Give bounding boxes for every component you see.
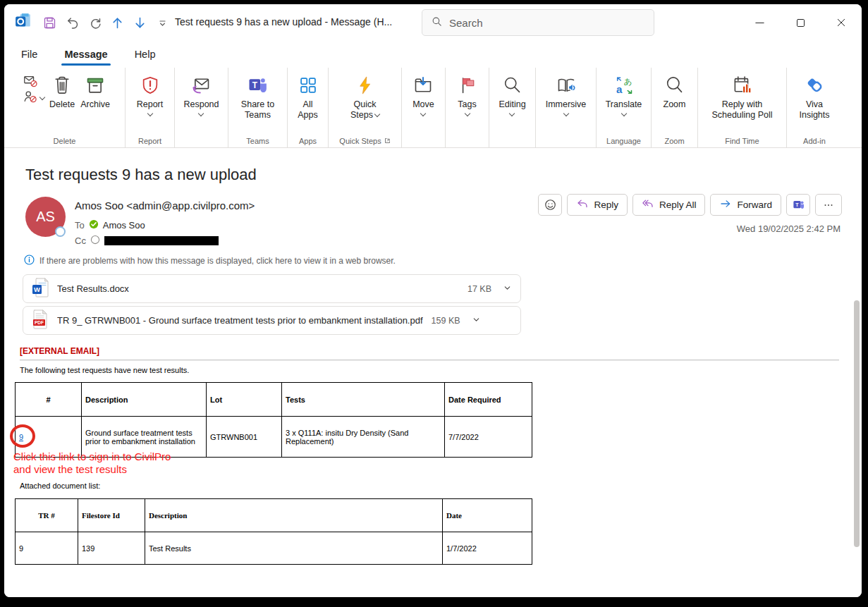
ribbon-group-addin: Viva Insights Add-in <box>787 68 842 147</box>
maximize-button[interactable] <box>780 4 821 41</box>
minimize-button[interactable] <box>739 4 780 41</box>
emoji-reaction-button[interactable] <box>538 194 562 216</box>
archive-icon <box>85 73 105 97</box>
qat-customize-icon[interactable] <box>151 11 173 34</box>
more-actions-button[interactable] <box>815 194 842 216</box>
col-header-lot: Lot <box>207 383 282 417</box>
col-header-date: Date <box>443 499 532 532</box>
ribbon-immersive-button[interactable]: Immersive <box>544 70 589 116</box>
ribbon-translate-button[interactable]: aあ Translate <box>604 70 644 116</box>
sender-line[interactable]: Amos Soo <admin@app.civilpro.com> <box>75 200 255 211</box>
ribbon-zoom-button[interactable]: Zoom <box>661 70 688 110</box>
close-button[interactable] <box>821 4 862 41</box>
ribbon-editing-button[interactable]: Editing <box>496 70 527 116</box>
attachment-docx[interactable]: W Test Results.docx 17 KB <box>23 274 521 303</box>
ribbon-zoom-label: Zoom <box>664 99 686 110</box>
redaction-bar <box>104 236 219 245</box>
doc-filestore-id-cell: 139 <box>78 532 145 565</box>
group-label-quick-steps: Quick Steps <box>329 134 401 147</box>
search-input[interactable] <box>449 17 625 29</box>
doc-tr-number-cell: 9 <box>16 532 78 565</box>
outlook-icon <box>14 12 32 33</box>
chevron-down-icon <box>198 111 204 116</box>
forward-button[interactable]: Forward <box>710 194 781 216</box>
ribbon-group-move: Move <box>402 68 446 147</box>
move-up-icon[interactable] <box>106 11 128 34</box>
ribbon-tags-button[interactable]: Tags <box>456 70 479 116</box>
ribbon-translate-label: Translate <box>606 99 642 110</box>
ignore-icon[interactable] <box>23 73 44 89</box>
info-bar-text: If there are problems with how this mess… <box>39 256 396 266</box>
teams-share-button[interactable]: T <box>786 194 810 216</box>
viva-insights-icon <box>804 73 825 97</box>
to-recipient[interactable]: Amos Soo <box>103 220 145 231</box>
tr-lot-cell: GTRWNB001 <box>207 417 282 458</box>
to-label: To <box>75 220 85 231</box>
chevron-down-icon <box>563 111 568 116</box>
chevron-down-icon <box>509 111 515 116</box>
tag-flag-icon <box>458 73 477 97</box>
svg-text:PDF: PDF <box>35 319 44 324</box>
chevron-down-icon[interactable] <box>503 283 512 295</box>
titlebar: Test requests 9 has a new upload - Messa… <box>4 4 862 41</box>
group-label-delete: Delete <box>4 134 125 147</box>
ribbon-group-immersive: Immersive <box>536 68 597 147</box>
ribbon-group-tags: Tags <box>446 68 489 147</box>
reply-all-button[interactable]: Reply All <box>632 194 706 216</box>
tab-message[interactable]: Message <box>63 44 109 64</box>
ribbon-archive-button[interactable]: Archive <box>78 70 112 110</box>
info-bar[interactable]: If there are problems with how this mess… <box>24 255 396 267</box>
test-requests-table: # Description Lot Tests Date Required 9 … <box>15 382 532 458</box>
ribbon-report-button[interactable]: Report <box>135 70 166 116</box>
ribbon-respond-button[interactable]: Respond <box>181 70 221 116</box>
redo-icon[interactable] <box>83 11 106 34</box>
scrollbar-thumb[interactable] <box>854 300 860 547</box>
reply-icon <box>576 197 589 212</box>
doc-description-cell: Test Results <box>145 532 443 565</box>
ribbon-all-apps-label: All Apps <box>295 99 321 121</box>
ribbon-group-find-time: Reply with Scheduling Poll Find Time <box>698 68 787 147</box>
ribbon-move-label: Move <box>412 99 434 110</box>
tab-help[interactable]: Help <box>133 44 157 64</box>
ribbon-quick-steps-label: Quick Steps <box>346 99 384 121</box>
attached-document-list-label: Attached document list: <box>20 482 100 490</box>
col-header-tests: Tests <box>282 383 445 417</box>
search-box[interactable] <box>422 9 654 36</box>
ribbon-delete-button[interactable]: Delete <box>47 70 77 110</box>
attachment-pdf[interactable]: PDF TR 9_ GTRWNB001 - Ground surface tre… <box>23 306 521 335</box>
tab-file[interactable]: File <box>20 44 39 64</box>
ribbon-archive-label: Archive <box>80 99 110 110</box>
ribbon-quick-steps-button[interactable]: Quick Steps <box>344 70 386 121</box>
ribbon-viva-insights-button[interactable]: Viva Insights <box>794 70 835 121</box>
group-label-move <box>402 134 445 147</box>
table-header-row: # Description Lot Tests Date Required <box>16 383 532 417</box>
chevron-down-icon[interactable] <box>472 314 481 327</box>
dialog-launcher-icon[interactable] <box>384 137 391 145</box>
group-label-tags <box>446 134 489 147</box>
block-sender-icon[interactable] <box>23 89 44 104</box>
presence-none-icon <box>90 235 100 247</box>
ribbon-all-apps-button[interactable]: All Apps <box>293 70 323 121</box>
presence-available-icon <box>89 219 99 231</box>
ribbon-move-button[interactable]: Move <box>410 70 436 116</box>
ribbon-scheduling-poll-button[interactable]: Reply with Scheduling Poll <box>702 70 783 121</box>
reply-all-icon <box>642 197 654 212</box>
search-icon <box>431 16 443 30</box>
chevron-down-icon <box>621 111 626 116</box>
chevron-down-icon <box>464 111 470 116</box>
message-subject: Test requests 9 has a new upload <box>25 166 257 184</box>
reply-button[interactable]: Reply <box>567 194 628 216</box>
attachment-size: 159 KB <box>432 316 460 326</box>
ribbon-group-teams: T Share to Teams Teams <box>228 68 288 147</box>
ribbon-group-delete: Delete Archive Delete <box>4 68 126 147</box>
group-label-apps: Apps <box>288 134 328 147</box>
save-icon[interactable] <box>38 11 61 34</box>
group-label-immersive <box>536 134 596 147</box>
undo-icon[interactable] <box>61 11 83 34</box>
ribbon-group-apps: All Apps Apps <box>288 68 329 147</box>
move-down-icon[interactable] <box>128 11 151 34</box>
svg-text:あ: あ <box>623 77 632 86</box>
ribbon-share-to-teams-button[interactable]: T Share to Teams <box>234 70 282 121</box>
vertical-scrollbar[interactable] <box>853 298 860 597</box>
ribbon-respond-label: Respond <box>183 99 219 110</box>
